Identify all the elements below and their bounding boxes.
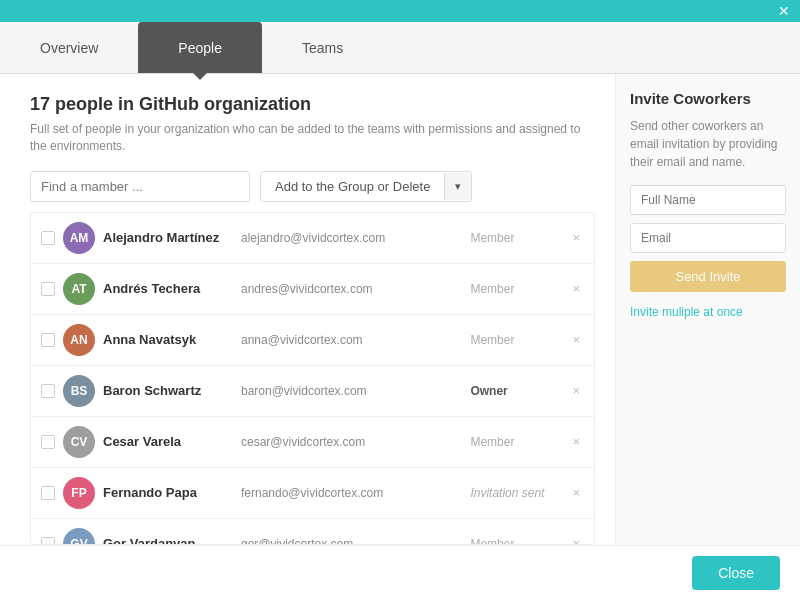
page-title: 17 people in GitHub organization <box>30 94 595 115</box>
avatar: BS <box>63 375 95 407</box>
person-email: andres@vividcortex.com <box>241 282 462 296</box>
main-content: 17 people in GitHub organization Full se… <box>0 74 615 545</box>
send-invite-button[interactable]: Send Invite <box>630 261 786 292</box>
tab-teams[interactable]: Teams <box>262 22 383 73</box>
people-list: AMAlejandro Martínezalejandro@vividcorte… <box>30 212 595 545</box>
tab-people-label: People <box>178 40 222 56</box>
modal-close-x-icon[interactable]: ✕ <box>778 4 790 18</box>
person-email: anna@vividcortex.com <box>241 333 462 347</box>
person-name: Gor Vardanyan <box>103 536 233 545</box>
avatar: FP <box>63 477 95 509</box>
close-button[interactable]: Close <box>692 556 780 590</box>
invite-multiple-link[interactable]: Invite muliple at once <box>630 305 743 319</box>
avatar: AN <box>63 324 95 356</box>
person-email: baron@vividcortex.com <box>241 384 462 398</box>
table-row: ATAndrés Techeraandres@vividcortex.comMe… <box>31 264 594 315</box>
person-remove-icon[interactable]: × <box>568 332 584 347</box>
tabs-bar: Overview People Teams <box>0 22 800 74</box>
person-role: Member <box>470 537 560 545</box>
tab-teams-label: Teams <box>302 40 343 56</box>
person-checkbox[interactable] <box>41 231 55 245</box>
person-email: fernando@vividcortex.com <box>241 486 462 500</box>
modal-footer: Close <box>0 545 800 600</box>
person-role: Member <box>470 231 560 245</box>
table-row: AMAlejandro Martínezalejandro@vividcorte… <box>31 213 594 264</box>
page-subtitle: Full set of people in your organization … <box>30 121 595 155</box>
avatar: AT <box>63 273 95 305</box>
tab-people[interactable]: People <box>138 22 262 73</box>
table-row: ANAnna Navatsykanna@vividcortex.comMembe… <box>31 315 594 366</box>
person-email: cesar@vividcortex.com <box>241 435 462 449</box>
person-email: alejandro@vividcortex.com <box>241 231 462 245</box>
group-delete-button[interactable]: Add to the Group or Delete ▾ <box>260 171 472 202</box>
table-row: BSBaron Schwartzbaron@vividcortex.comOwn… <box>31 366 594 417</box>
person-remove-icon[interactable]: × <box>568 281 584 296</box>
modal: ✕ Overview People Teams 17 people in Git… <box>0 0 800 600</box>
person-checkbox[interactable] <box>41 486 55 500</box>
person-checkbox[interactable] <box>41 537 55 545</box>
person-name: Cesar Varela <box>103 434 233 449</box>
person-checkbox[interactable] <box>41 333 55 347</box>
tab-overview[interactable]: Overview <box>0 22 138 73</box>
table-row: GVGor Vardanyangor@vividcortex.comMember… <box>31 519 594 545</box>
toolbar: Add to the Group or Delete ▾ <box>30 171 595 202</box>
person-checkbox[interactable] <box>41 384 55 398</box>
invite-sidebar: Invite Coworkers Send other coworkers an… <box>615 74 800 545</box>
person-name: Andrés Techera <box>103 281 233 296</box>
sidebar-description: Send other coworkers an email invitation… <box>630 117 786 171</box>
person-remove-icon[interactable]: × <box>568 230 584 245</box>
person-name: Baron Schwartz <box>103 383 233 398</box>
avatar: CV <box>63 426 95 458</box>
sidebar-title: Invite Coworkers <box>630 90 786 107</box>
person-name: Anna Navatsyk <box>103 332 233 347</box>
person-checkbox[interactable] <box>41 282 55 296</box>
person-name: Alejandro Martínez <box>103 230 233 245</box>
person-remove-icon[interactable]: × <box>568 383 584 398</box>
avatar: GV <box>63 528 95 545</box>
person-role: Member <box>470 282 560 296</box>
person-email: gor@vividcortex.com <box>241 537 462 545</box>
avatar: AM <box>63 222 95 254</box>
person-role: Invitation sent <box>470 486 560 500</box>
table-row: FPFernando Papafernando@vividcortex.comI… <box>31 468 594 519</box>
person-remove-icon[interactable]: × <box>568 485 584 500</box>
person-remove-icon[interactable]: × <box>568 536 584 545</box>
person-checkbox[interactable] <box>41 435 55 449</box>
person-role: Member <box>470 333 560 347</box>
person-remove-icon[interactable]: × <box>568 434 584 449</box>
tab-overview-label: Overview <box>40 40 98 56</box>
person-role: Member <box>470 435 560 449</box>
top-bar: ✕ <box>0 0 800 22</box>
full-name-input[interactable] <box>630 185 786 215</box>
table-row: CVCesar Varelacesar@vividcortex.comMembe… <box>31 417 594 468</box>
group-delete-label: Add to the Group or Delete <box>261 172 444 201</box>
person-name: Fernando Papa <box>103 485 233 500</box>
modal-body: 17 people in GitHub organization Full se… <box>0 74 800 545</box>
search-input[interactable] <box>30 171 250 202</box>
group-delete-arrow-icon: ▾ <box>444 173 471 200</box>
person-role: Owner <box>470 384 560 398</box>
email-input[interactable] <box>630 223 786 253</box>
